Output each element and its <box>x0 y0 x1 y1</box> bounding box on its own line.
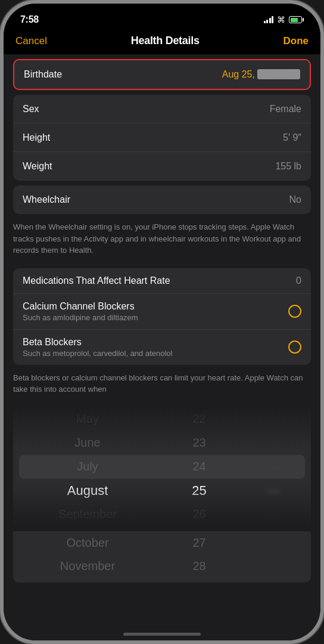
picker-month-may: May <box>13 407 162 431</box>
height-value: 5′ 9″ <box>283 132 301 143</box>
status-time: 7:58 <box>20 14 39 25</box>
picker-year-2: — <box>236 431 311 455</box>
nav-bar: Cancel Health Details Done <box>4 30 320 54</box>
wheelchair-section: Wheelchair No <box>13 185 311 214</box>
notch <box>114 4 210 21</box>
phone-frame: 7:58 ⌘ Cancel <box>0 0 324 644</box>
picker-month-column[interactable]: May June July August September <box>13 407 162 527</box>
picker-month-september: September <box>13 503 162 527</box>
picker-month-november: November <box>13 555 162 578</box>
picker-gradient: May June July August September 22 23 24 <box>13 407 311 527</box>
picker-columns: May June July August September 22 23 24 <box>13 407 311 527</box>
wheelchair-value: No <box>289 194 301 205</box>
medications-value: 0 <box>296 275 301 286</box>
picker-day-28: 28 <box>162 555 236 578</box>
sex-label: Sex <box>23 104 39 114</box>
date-picker[interactable]: May June July August September 22 23 24 <box>13 407 311 527</box>
picker-day-23: 23 <box>162 431 236 455</box>
cancel-button[interactable]: Cancel <box>15 35 47 47</box>
picker-day-24: 24 <box>162 455 236 479</box>
birthdate-label: Birthdate <box>24 69 62 80</box>
screen-content: Cancel Health Details Done Birthdate Aug… <box>4 30 320 640</box>
weight-value: 155 lb <box>275 161 301 172</box>
beta-toggle[interactable] <box>288 340 301 354</box>
picker-day-22: 22 <box>162 407 236 431</box>
beta-note: Beta blockers or calcium channel blocker… <box>4 370 320 402</box>
sex-value: Female <box>270 104 301 114</box>
scroll-content: Birthdate Aug 25, 1990 Sex Female Heig <box>4 54 320 640</box>
weight-row[interactable]: Weight 155 lb <box>13 152 311 181</box>
calcium-toggle[interactable] <box>288 305 301 318</box>
page-title: Health Details <box>131 35 200 47</box>
picker-month-august: August <box>13 479 162 503</box>
birthdate-value: Aug 25, 1990 <box>222 69 300 80</box>
calcium-label-group: Calcium Channel Blockers Such as amlodip… <box>23 301 288 322</box>
picker-year-1: — <box>236 407 311 431</box>
medications-header-row[interactable]: Medications That Affect Heart Rate 0 <box>13 268 311 294</box>
beta-label-group: Beta Blockers Such as metoprolol, carved… <box>23 337 288 358</box>
home-indicator <box>123 633 201 636</box>
picker-year-5: — <box>236 503 311 527</box>
picker-year-extra2: — <box>236 555 311 578</box>
height-row[interactable]: Height 5′ 9″ <box>13 123 311 152</box>
beta-sublabel: Such as metoprolol, carvedilol, and aten… <box>23 349 288 358</box>
basic-info-section: Sex Female Height 5′ 9″ Weight 155 lb <box>13 95 311 181</box>
picker-day-27: 27 <box>162 531 236 555</box>
wheelchair-label: Wheelchair <box>23 194 70 205</box>
birthdate-row: Birthdate Aug 25, 1990 <box>14 60 310 89</box>
picker-year-extra: — <box>236 531 311 555</box>
phone-inner: 7:58 ⌘ Cancel <box>4 4 320 640</box>
beta-row[interactable]: Beta Blockers Such as metoprolol, carved… <box>13 330 311 365</box>
medications-label: Medications That Affect Heart Rate <box>23 275 170 286</box>
signal-icon <box>264 16 274 23</box>
picker-month-october: October <box>13 531 162 555</box>
done-button[interactable]: Done <box>283 35 309 47</box>
picker-month-july: July <box>13 455 162 479</box>
calcium-label: Calcium Channel Blockers <box>23 301 288 312</box>
birthdate-row-highlighted[interactable]: Birthdate Aug 25, 1990 <box>13 59 311 90</box>
picker-year-column[interactable]: — — — — — <box>236 407 311 527</box>
picker-day-25: 25 <box>162 479 236 503</box>
wifi-icon: ⌘ <box>277 15 285 24</box>
picker-day-column[interactable]: 22 23 24 25 26 <box>162 407 236 527</box>
sex-row[interactable]: Sex Female <box>13 95 311 123</box>
beta-label: Beta Blockers <box>23 337 288 348</box>
weight-label: Weight <box>23 161 52 172</box>
picker-year-3: — <box>236 455 311 479</box>
picker-month-june: June <box>13 431 162 455</box>
wheelchair-row[interactable]: Wheelchair No <box>13 185 311 214</box>
battery-icon <box>289 16 304 23</box>
medications-section: Medications That Affect Heart Rate 0 Cal… <box>13 268 311 365</box>
height-label: Height <box>23 132 50 143</box>
status-icons: ⌘ <box>264 15 304 24</box>
wheelchair-note: When the Wheelchair setting is on, your … <box>4 219 320 264</box>
calcium-sublabel: Such as amlodipine and diltiazem <box>23 313 288 322</box>
picker-extra-rows: October 27 — November 28 — <box>13 531 311 583</box>
picker-year-4: — <box>236 479 311 503</box>
calcium-row[interactable]: Calcium Channel Blockers Such as amlodip… <box>13 294 311 330</box>
picker-day-26: 26 <box>162 503 236 527</box>
